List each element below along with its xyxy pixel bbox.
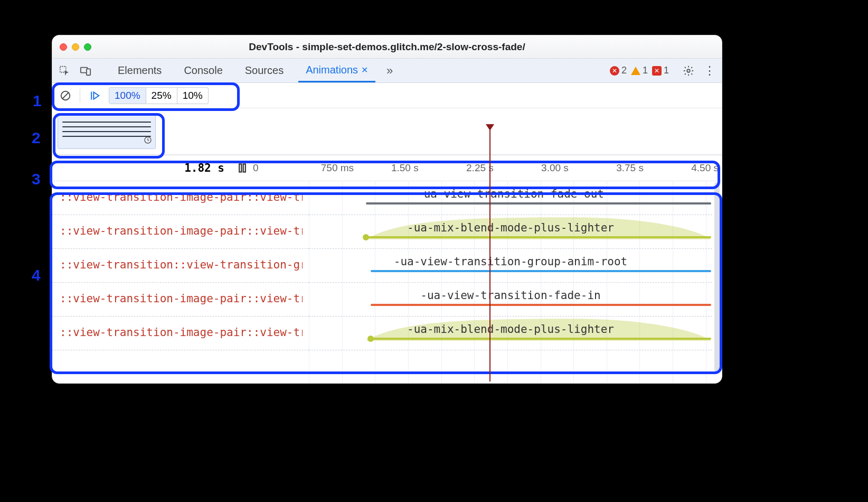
speed-100-button[interactable]: 100% bbox=[109, 87, 146, 104]
window-controls bbox=[60, 43, 91, 51]
timeline-ruler[interactable]: 1.82 s 0750 ms1.50 s2.25 s3.00 s3.75 s4.… bbox=[52, 155, 722, 181]
track-selector-name: ::view-transition-image-pair::view-tr bbox=[60, 326, 303, 339]
close-icon[interactable]: ✕ bbox=[361, 65, 368, 75]
resume-icon[interactable] bbox=[88, 89, 101, 103]
track-timeline[interactable]: -ua-view-transition-fade-in bbox=[309, 283, 712, 317]
warning-count[interactable]: 1 bbox=[631, 65, 648, 76]
track-row[interactable]: ::view-transition-image-pair::view-tr bbox=[52, 215, 309, 249]
track-selector-name: ::view-transition-image-pair::view-tr bbox=[60, 191, 303, 203]
panel-tab-strip: Elements Console Sources Animations ✕ » … bbox=[52, 59, 722, 83]
ruler-ticks: 0750 ms1.50 s2.25 s3.00 s3.75 s4.50 s bbox=[253, 155, 722, 181]
close-window-button[interactable] bbox=[60, 43, 67, 51]
callout-label-1: 1 bbox=[33, 92, 42, 110]
track-timeline[interactable]: -ua-view-transition-group-anim-root bbox=[309, 249, 712, 283]
playhead-marker[interactable] bbox=[489, 129, 490, 382]
tab-console[interactable]: Console bbox=[176, 59, 230, 82]
tab-animations-label: Animations bbox=[306, 64, 358, 76]
animation-bar[interactable] bbox=[371, 304, 711, 306]
clock-icon bbox=[144, 136, 152, 146]
ruler-tick: 0 bbox=[253, 162, 259, 174]
svg-line-5 bbox=[63, 92, 69, 98]
separator bbox=[80, 89, 80, 103]
speed-25-button[interactable]: 25% bbox=[146, 87, 177, 104]
animation-bar[interactable] bbox=[366, 202, 711, 204]
ruler-tick: 750 ms bbox=[321, 162, 354, 174]
clear-icon[interactable] bbox=[59, 89, 72, 103]
error-icon: ✕ bbox=[610, 66, 619, 76]
device-toolbar-icon[interactable] bbox=[79, 64, 92, 78]
animation-bar[interactable] bbox=[371, 338, 711, 340]
svg-point-3 bbox=[687, 69, 690, 72]
track-row[interactable]: ::view-transition::view-transition-gr bbox=[52, 249, 309, 283]
settings-icon[interactable] bbox=[682, 64, 695, 78]
track-row[interactable]: ::view-transition-image-pair::view-tr bbox=[52, 317, 309, 350]
svg-marker-7 bbox=[93, 92, 99, 99]
devtools-window: DevTools - simple-set-demos.glitch.me/2-… bbox=[52, 35, 722, 384]
tab-sources[interactable]: Sources bbox=[238, 59, 291, 82]
ruler-tick: 4.50 s bbox=[691, 162, 719, 174]
kebab-menu-icon[interactable]: ⋮ bbox=[703, 64, 716, 78]
callout-label-4: 4 bbox=[32, 266, 41, 284]
animation-name-label: -ua-view-transition-group-anim-root bbox=[394, 255, 628, 268]
animation-tracks: ::view-transition-image-pair::view-tr::v… bbox=[52, 181, 722, 383]
current-time-label: 1.82 s bbox=[52, 162, 232, 174]
animation-name-label: -ua-view-transition-fade-out bbox=[417, 188, 604, 200]
error-count[interactable]: ✕ 2 bbox=[610, 65, 627, 76]
scrollbar[interactable] bbox=[714, 182, 720, 373]
svg-rect-9 bbox=[239, 164, 241, 172]
inspect-element-icon[interactable] bbox=[58, 64, 71, 78]
animation-group-thumbnail[interactable] bbox=[58, 114, 156, 149]
speed-10-button[interactable]: 10% bbox=[177, 87, 209, 104]
animations-toolbar: 100% 25% 10% bbox=[52, 83, 722, 108]
playback-speed-group: 100% 25% 10% bbox=[109, 87, 209, 104]
more-tabs-icon[interactable]: » bbox=[383, 64, 397, 78]
animation-name-label: -ua-mix-blend-mode-plus-lighter bbox=[407, 221, 614, 234]
track-timeline[interactable]: -ua-mix-blend-mode-plus-lighter bbox=[309, 317, 712, 350]
warning-count-value: 1 bbox=[643, 65, 648, 76]
track-selector-name: ::view-transition-image-pair::view-tr bbox=[60, 225, 303, 237]
status-counts: ✕ 2 1 ✕ 1 bbox=[610, 65, 669, 76]
tab-elements[interactable]: Elements bbox=[110, 59, 169, 82]
error-count-value: 2 bbox=[621, 65, 627, 76]
track-timeline[interactable]: -ua-mix-blend-mode-plus-lighter bbox=[309, 215, 712, 249]
track-row[interactable]: ::view-transition-image-pair::view-tr bbox=[52, 181, 309, 215]
animation-bar[interactable] bbox=[366, 236, 711, 238]
animation-groups-bar bbox=[52, 108, 722, 155]
pause-icon[interactable] bbox=[232, 163, 253, 173]
issue-icon: ✕ bbox=[652, 66, 662, 76]
titlebar: DevTools - simple-set-demos.glitch.me/2-… bbox=[52, 35, 722, 59]
ruler-tick: 3.75 s bbox=[616, 162, 644, 174]
track-timeline[interactable]: -ua-view-transition-fade-out bbox=[309, 181, 712, 215]
animation-bar[interactable] bbox=[371, 270, 711, 272]
zoom-window-button[interactable] bbox=[84, 43, 91, 51]
track-row[interactable]: ::view-transition-image-pair::view-tr bbox=[52, 283, 309, 317]
issue-count-value: 1 bbox=[664, 65, 669, 76]
ruler-tick: 1.50 s bbox=[391, 162, 419, 174]
callout-label-2: 2 bbox=[32, 129, 41, 147]
ruler-tick: 3.00 s bbox=[541, 162, 569, 174]
warning-icon bbox=[631, 67, 640, 75]
track-selector-name: ::view-transition-image-pair::view-tr bbox=[60, 292, 303, 305]
svg-rect-10 bbox=[243, 164, 246, 172]
window-title: DevTools - simple-set-demos.glitch.me/2-… bbox=[52, 41, 722, 53]
svg-rect-2 bbox=[87, 69, 90, 75]
tab-animations[interactable]: Animations ✕ bbox=[298, 59, 375, 82]
animation-name-label: -ua-view-transition-fade-in bbox=[420, 289, 600, 302]
issue-count[interactable]: ✕ 1 bbox=[652, 65, 669, 76]
callout-label-3: 3 bbox=[32, 170, 41, 188]
minimize-window-button[interactable] bbox=[72, 43, 79, 51]
animation-name-label: -ua-mix-blend-mode-plus-lighter bbox=[407, 323, 614, 336]
track-selector-name: ::view-transition::view-transition-gr bbox=[60, 258, 303, 271]
